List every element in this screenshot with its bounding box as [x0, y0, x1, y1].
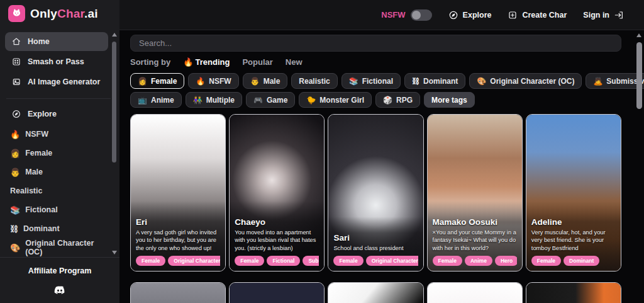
filter-row-2: 📺Anime 👫Multiple 🎮Game 🐤Monster Girl 🎲RP… [130, 92, 621, 108]
sort-option-new[interactable]: New [286, 57, 303, 67]
card-tag[interactable]: Fictional [267, 256, 300, 266]
scroll-up-icon[interactable] [636, 33, 641, 37]
character-card-chaeyo[interactable]: Chaeyo You moved into an apartment with … [229, 114, 325, 272]
sort-option-trending[interactable]: 🔥Trending [183, 57, 230, 67]
sidebar-tag-label: Male [25, 168, 43, 176]
sidebar-footer: Affiliate Program [0, 257, 119, 303]
sidebar-scrollbar-thumb[interactable] [112, 42, 116, 163]
filter-tag-male[interactable]: 👨Male [243, 73, 288, 89]
sign-in-button[interactable]: Sign in [583, 10, 624, 20]
sidebar-item-explore[interactable]: Explore [5, 105, 108, 123]
character-description: Very muscular, hot, and your very best f… [531, 229, 616, 252]
filter-tag-nsfw[interactable]: 🔥NSFW [188, 73, 238, 89]
create-char-label: Create Char [522, 11, 567, 20]
character-card[interactable] [229, 282, 325, 303]
compass-icon [448, 10, 458, 20]
character-name: Mamako Oosuki [433, 217, 517, 227]
card-tag[interactable]: Female [235, 256, 264, 266]
character-card[interactable] [328, 282, 423, 303]
palette-icon: 🎨 [477, 77, 486, 86]
sign-in-label: Sign in [583, 11, 609, 20]
card-tag[interactable]: Female [333, 256, 363, 266]
filter-tag-game[interactable]: 🎮Game [246, 92, 295, 108]
compass-icon [11, 109, 21, 119]
card-tags: Female Fictional Submissive Scenario [235, 256, 319, 266]
sort-option-popular[interactable]: Popular [242, 57, 272, 67]
create-char-button[interactable]: Create Char [508, 10, 567, 20]
character-card[interactable] [130, 282, 226, 303]
filter-tag-dominant[interactable]: ⛓Dominant [404, 73, 465, 89]
filter-tag-monster-girl[interactable]: 🐤Monster Girl [299, 92, 372, 108]
brand-text: OnlyChar.ai [30, 7, 98, 21]
filter-tag-female[interactable]: 👩Female [130, 73, 184, 89]
sidebar-divider [6, 98, 111, 99]
sidebar-item-ai-image-generator[interactable]: AI Image Generator [5, 72, 108, 91]
chains-icon: ⛓ [10, 224, 18, 234]
dice-grid-icon [11, 57, 21, 67]
sidebar-tag-label: Female [25, 149, 52, 157]
card-tag[interactable]: Anime [465, 256, 492, 266]
card-tag[interactable]: Female [136, 256, 165, 266]
filter-tag-multiple[interactable]: 👫Multiple [186, 92, 242, 108]
card-tag[interactable]: Dominant [564, 256, 599, 266]
sidebar-nav: Home Smash or Pass AI Image Generator [0, 27, 119, 93]
filter-tag-fictional[interactable]: 📚Fictional [341, 73, 401, 89]
affiliate-program-link[interactable]: Affiliate Program [0, 266, 119, 275]
scroll-down-icon[interactable] [112, 251, 117, 254]
character-card[interactable] [427, 282, 523, 303]
card-tag[interactable]: Original Character [168, 256, 220, 266]
filter-tag-anime[interactable]: 📺Anime [130, 92, 182, 108]
character-grid: Eri A very sad goth girl who invited you… [130, 114, 621, 272]
fire-icon: 🔥 [196, 77, 205, 86]
woman-icon: 👩 [138, 77, 147, 86]
sidebar-tag-female[interactable]: 👩Female [0, 144, 119, 163]
filter-tag-realistic[interactable]: Realistic [291, 73, 337, 89]
card-tag[interactable]: Original Character [366, 256, 418, 266]
page-scrollbar-thumb[interactable] [636, 42, 642, 109]
sidebar-tag-label: NSFW [25, 130, 48, 139]
fire-icon: 🔥 [10, 130, 20, 139]
sidebar-item-smash-or-pass[interactable]: Smash or Pass [5, 52, 108, 71]
man-icon: 👨 [10, 168, 20, 177]
logo[interactable]: OnlyChar.ai [0, 0, 119, 27]
character-description: A very sad goth girl who invited you to … [136, 229, 220, 252]
sidebar-item-label: Explore [28, 110, 57, 118]
card-tag[interactable]: Female [531, 256, 561, 266]
card-tag[interactable]: Submissive [303, 256, 319, 266]
sidebar-divider [0, 257, 119, 258]
character-card-eri[interactable]: Eri A very sad goth girl who invited you… [130, 114, 226, 272]
character-card[interactable] [526, 282, 621, 303]
discord-link[interactable] [0, 285, 119, 297]
sorting-label: Sorting by [130, 57, 170, 67]
sidebar-tag-label: Realistic [10, 186, 42, 195]
character-card-adeline[interactable]: Adeline Very muscular, hot, and your ver… [526, 114, 621, 272]
filter-row-1: 👩Female 🔥NSFW 👨Male Realistic 📚Fictional… [130, 73, 621, 89]
search-input[interactable] [130, 35, 621, 52]
sidebar-item-home[interactable]: Home [5, 32, 108, 51]
sidebar-tag-original-character[interactable]: 🎨Original Character (OC) [0, 238, 119, 257]
filter-tag-original-character[interactable]: 🎨Original Character (OC) [469, 73, 582, 89]
sidebar-tag-dominant[interactable]: ⛓Dominant [0, 219, 119, 238]
scroll-up-icon[interactable] [112, 33, 117, 37]
nsfw-toggle[interactable] [411, 9, 432, 21]
nsfw-label: NSFW [381, 10, 405, 20]
sidebar-tag-realistic[interactable]: Realistic [0, 181, 119, 200]
card-tag[interactable]: Female [433, 256, 462, 266]
more-tags-button[interactable]: More tags [424, 92, 475, 108]
character-card-sari[interactable]: Sari School and class president Female O… [328, 114, 423, 272]
sidebar-tag-male[interactable]: 👨Male [0, 163, 119, 181]
filter-label: Original Character (OC) [490, 77, 574, 86]
explore-button[interactable]: Explore [448, 10, 492, 20]
character-card-mamako[interactable]: Mamako Oosuki ×You and your cute Mommy i… [427, 114, 523, 272]
sidebar-tag-label: Dominant [23, 224, 60, 233]
card-tag[interactable]: Hero [495, 256, 517, 266]
chains-icon: ⛓ [412, 77, 419, 86]
card-tags: Female Original Character [136, 256, 220, 266]
sidebar-tag-nsfw[interactable]: 🔥NSFW [0, 125, 119, 144]
sidebar-tag-fictional[interactable]: 📚Fictional [0, 200, 119, 219]
character-name: Chaeyo [235, 217, 319, 227]
sidebar-scrollbar[interactable] [111, 33, 117, 254]
filter-label: Multiple [206, 96, 235, 105]
page-scrollbar[interactable] [636, 33, 642, 300]
filter-tag-rpg[interactable]: 🎲RPG [375, 92, 420, 108]
